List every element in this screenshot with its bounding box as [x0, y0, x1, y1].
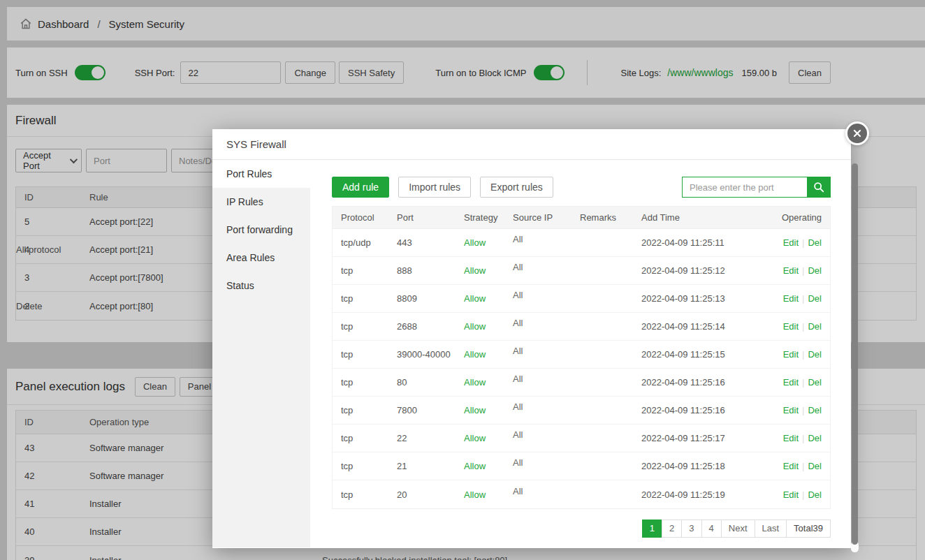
delete-link[interactable]: Del	[808, 405, 822, 415]
operation-separator: |	[802, 237, 804, 248]
import-rules-button[interactable]: Import rules	[398, 177, 471, 198]
edit-link[interactable]: Edit	[783, 433, 799, 443]
modal-sidebar-tab[interactable]: Status	[212, 272, 310, 300]
edit-link[interactable]: Edit	[783, 489, 799, 500]
delete-link[interactable]: Del	[808, 321, 822, 332]
export-rules-button[interactable]: Export rules	[480, 177, 553, 198]
col-protocol: Protocol	[333, 212, 397, 223]
cell-port: 443	[397, 237, 464, 248]
edit-link[interactable]: Edit	[783, 349, 799, 360]
edit-link[interactable]: Edit	[783, 377, 799, 388]
port-rule-row: tcp 2688 Allow All 2022-04-09 11:25:14 E…	[333, 313, 830, 341]
pagination-next[interactable]: Next	[721, 520, 755, 538]
search-button[interactable]	[807, 177, 831, 198]
edit-link[interactable]: Edit	[783, 321, 799, 332]
cell-strategy: Allow	[464, 489, 513, 500]
delete-link[interactable]: Del	[808, 433, 822, 443]
port-rule-row: tcp 22 Allow All 2022-04-09 11:25:17 Edi…	[333, 425, 830, 452]
port-search-input[interactable]	[682, 177, 807, 198]
cell-port: 888	[397, 265, 464, 276]
cell-source-ip: All	[513, 401, 523, 412]
pagination: 1 2 3 4 Next Last Total39	[643, 520, 831, 538]
col-operating: Operating	[774, 212, 830, 223]
pagination-last[interactable]: Last	[755, 520, 787, 538]
port-search	[682, 177, 831, 198]
delete-link[interactable]: Del	[808, 461, 822, 471]
cell-protocol: tcp/udp	[333, 237, 397, 248]
cell-add-time: 2022-04-09 11:25:19	[641, 489, 774, 500]
port-rule-row: tcp 39000-40000 Allow All 2022-04-09 11:…	[333, 341, 830, 369]
pagination-page[interactable]: 1	[642, 520, 662, 538]
cell-protocol: tcp	[333, 265, 397, 276]
pagination-page[interactable]: 4	[701, 520, 722, 538]
pagination-page[interactable]: 2	[662, 520, 682, 538]
modal-content: Add rule Import rules Export rules	[310, 160, 852, 547]
modal-header: SYS Firewall	[212, 129, 851, 160]
cell-strategy: Allow	[464, 377, 513, 388]
cell-port: 7800	[397, 405, 464, 415]
delete-link[interactable]: Del	[808, 265, 822, 276]
operation-separator: |	[802, 377, 804, 388]
delete-link[interactable]: Del	[808, 489, 822, 500]
add-rule-button[interactable]: Add rule	[332, 177, 389, 198]
cell-strategy: Allow	[464, 433, 513, 443]
cell-strategy: Allow	[464, 461, 513, 471]
cell-add-time: 2022-04-09 11:25:16	[641, 405, 774, 415]
cell-protocol: tcp	[333, 349, 397, 360]
port-rule-row: tcp 8809 Allow All 2022-04-09 11:25:13 E…	[333, 285, 830, 313]
modal-sidebar: Port Rules IP Rules Port forwarding Area…	[212, 160, 310, 547]
cell-port: 22	[397, 433, 464, 443]
delete-link[interactable]: Del	[808, 377, 822, 388]
cell-add-time: 2022-04-09 11:25:18	[641, 461, 774, 471]
cell-protocol: tcp	[333, 461, 397, 471]
port-rules-table: Protocol Port Strategy Source IP Remarks…	[332, 206, 831, 509]
modal-body: Port Rules IP Rules Port forwarding Area…	[212, 160, 851, 547]
delete-link[interactable]: Del	[808, 349, 822, 360]
cell-protocol: tcp	[333, 433, 397, 443]
cell-add-time: 2022-04-09 11:25:12	[641, 265, 774, 276]
delete-link[interactable]: Del	[808, 237, 822, 248]
cell-source-ip: All	[513, 374, 523, 384]
modal-title: SYS Firewall	[226, 138, 286, 150]
cell-add-time: 2022-04-09 11:25:17	[641, 433, 774, 443]
port-rules-table-body: tcp/udp 443 Allow All 2022-04-09 11:25:1…	[333, 229, 830, 508]
cell-port: 20	[397, 489, 464, 500]
cell-port: 8809	[397, 293, 464, 304]
port-rule-row: tcp 20 Allow All 2022-04-09 11:25:19 Edi…	[333, 480, 830, 508]
edit-link[interactable]: Edit	[783, 265, 799, 276]
pagination-total: Total39	[786, 520, 831, 538]
edit-link[interactable]: Edit	[783, 405, 799, 415]
edit-link[interactable]: Edit	[783, 293, 799, 304]
port-rule-row: tcp 7800 Allow All 2022-04-09 11:25:16 E…	[333, 397, 830, 425]
modal-sidebar-tab[interactable]: Port forwarding	[212, 216, 310, 244]
cell-protocol: tcp	[333, 405, 397, 415]
cell-source-ip: All	[513, 234, 523, 244]
modal-sidebar-tab[interactable]: Area Rules	[212, 244, 310, 272]
col-add-time: Add Time	[641, 212, 774, 223]
operation-separator: |	[802, 349, 804, 360]
port-rule-row: tcp 21 Allow All 2022-04-09 11:25:18 Edi…	[333, 452, 830, 480]
pagination-page[interactable]: 3	[681, 520, 701, 538]
modal-sidebar-tab[interactable]: IP Rules	[212, 188, 310, 216]
cell-add-time: 2022-04-09 11:25:14	[641, 321, 774, 332]
cell-source-ip: All	[513, 429, 523, 440]
col-port: Port	[397, 212, 464, 223]
cell-add-time: 2022-04-09 11:25:15	[641, 349, 774, 360]
cell-add-time: 2022-04-09 11:25:16	[641, 377, 774, 388]
operation-separator: |	[802, 405, 804, 415]
cell-protocol: tcp	[333, 293, 397, 304]
cell-port: 21	[397, 461, 464, 471]
search-icon	[813, 181, 825, 193]
sys-firewall-modal: SYS Firewall Port Rules IP Rules Port fo…	[212, 129, 851, 548]
delete-link[interactable]: Del	[808, 293, 822, 304]
cell-strategy: Allow	[464, 321, 513, 332]
edit-link[interactable]: Edit	[783, 237, 799, 248]
modal-close-button[interactable]	[845, 121, 869, 145]
modal-sidebar-tab[interactable]: Port Rules	[212, 160, 310, 188]
edit-link[interactable]: Edit	[783, 461, 799, 471]
modal-scrollbar[interactable]	[852, 163, 858, 545]
operation-separator: |	[802, 265, 804, 276]
col-strategy: Strategy	[464, 212, 513, 223]
cell-protocol: tcp	[333, 489, 397, 500]
screen: Dashboard / System Security Turn on SSH …	[0, 0, 925, 560]
